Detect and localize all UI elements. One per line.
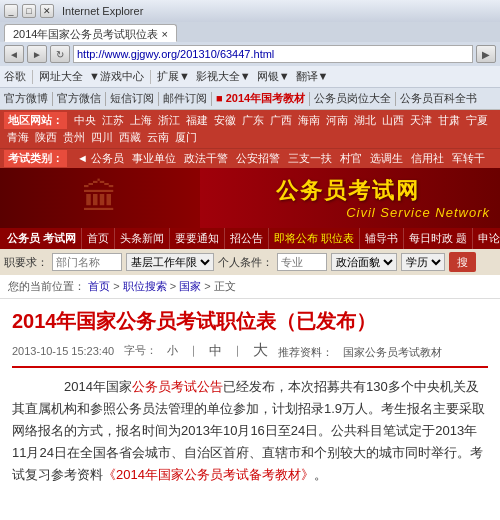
region-fujian[interactable]: 福建 [183,112,211,129]
region-gansu[interactable]: 甘肃 [435,112,463,129]
main-content: 2014年国家公务员考试职位表（已发布） 2013-10-15 15:23:40… [0,299,500,494]
back-button[interactable]: ◄ [4,45,24,63]
search-bar: 职要求： 基层工作年限 个人条件： 政治面貌 学历 搜 [0,249,500,275]
category-nav: 考试类别： ◄ 公务员 事业单位 政法干警 公安招警 三支一扶 村官 选调生 信… [0,148,500,168]
fav-item-games[interactable]: ▼游戏中心 [89,69,144,84]
fav-item-weblinks[interactable]: 网址大全 [39,69,83,84]
site-nav-index[interactable]: 首页 [82,228,115,249]
category-village[interactable]: 村官 [336,150,366,167]
region-zhongyang[interactable]: 中央 [71,112,99,129]
toolbar-sep-5 [309,92,310,106]
maximize-btn[interactable]: □ [22,4,36,18]
refresh-button[interactable]: ↻ [50,45,70,63]
region-jiangsu[interactable]: 江苏 [99,112,127,129]
toolbar-weixin[interactable]: 官方微信 [57,91,101,106]
font-sep-2: ｜ [232,343,243,358]
site-nav-shenlun[interactable]: 申论辅导 毎日练习 [473,228,500,249]
search-base-select[interactable]: 基层工作年限 [126,253,214,271]
body-link-textbook[interactable]: 《2014年国家公务员考试备考教材》 [103,467,314,482]
breadcrumb-sep-2: > [170,280,179,292]
breadcrumb-search[interactable]: 职位搜索 [123,280,167,292]
category-xuandiao[interactable]: 选调生 [366,150,407,167]
browser-title: Internet Explorer [62,5,496,17]
region-xiamen[interactable]: 厦门 [172,129,200,146]
site-nav: 公务员 考试网 首页 头条新闻 要要通知 招公告 即将公布 职位表 辅导书 每日… [0,228,500,249]
forward-button[interactable]: ► [27,45,47,63]
toolbar-jobs[interactable]: 公务员岗位大全 [314,91,391,106]
category-sanzhi[interactable]: 三支一扶 [284,150,336,167]
toolbar-sms[interactable]: 短信订阅 [110,91,154,106]
toolbar-sep-6 [395,92,396,106]
minimize-btn[interactable]: _ [4,4,18,18]
recommend-link[interactable]: 国家公务员考试教材 [343,345,442,360]
browser-tabs: 2014年国家公务员考试职位表 × [0,22,500,42]
toolbar-textbook[interactable]: ■ 2014年国考教材 [216,91,305,106]
article-date: 2013-10-15 15:23:40 [12,345,114,357]
body-link-exam-notice[interactable]: 公务员考试公告 [132,379,223,394]
breadcrumb-nation[interactable]: 国家 [179,280,201,292]
category-credit[interactable]: 信用社 [407,150,448,167]
region-hainan[interactable]: 海南 [295,112,323,129]
search-dept-input[interactable] [52,253,122,271]
toolbar-encyclopedia[interactable]: 公务员百科全书 [400,91,477,106]
go-button[interactable]: ▶ [476,45,496,63]
region-guangxi[interactable]: 广西 [267,112,295,129]
category-police-law[interactable]: 政法干警 [180,150,232,167]
region-shanghai[interactable]: 上海 [127,112,155,129]
region-sichuan[interactable]: 四川 [88,129,116,146]
site-nav-recruit[interactable]: 招公告 [225,228,269,249]
search-button[interactable]: 搜 [449,252,476,272]
category-police[interactable]: 公安招警 [232,150,284,167]
region-qinghai[interactable]: 青海 [4,129,32,146]
font-mid-btn[interactable]: 中 [209,342,222,360]
fav-item-bank[interactable]: 网银▼ [257,69,290,84]
fav-item-ext[interactable]: 扩展▼ [157,69,190,84]
font-small-btn[interactable]: 小 [167,343,178,358]
body-text-3: 。 [314,467,327,482]
region-yunnan[interactable]: 云南 [144,129,172,146]
fav-item-video[interactable]: 影视大全▼ [196,69,251,84]
region-ningxia[interactable]: 宁夏 [463,112,491,129]
region-zhejiang[interactable]: 浙江 [155,112,183,129]
region-label: 地区网站： [4,112,67,129]
font-large-btn[interactable]: 大 [253,341,268,360]
region-hubei[interactable]: 湖北 [351,112,379,129]
breadcrumb-sep-1: > [113,280,122,292]
site-nav-books[interactable]: 辅导书 [360,228,404,249]
region-xizang[interactable]: 西藏 [116,129,144,146]
region-shaanxi[interactable]: 陕西 [32,129,60,146]
site-toolbar: 官方微博 官方微信 短信订阅 邮件订阅 ■ 2014年国考教材 公务员岗位大全 … [0,88,500,110]
region-guizhou[interactable]: 贵州 [60,129,88,146]
site-nav-news[interactable]: 头条新闻 [115,228,170,249]
region-shanxi[interactable]: 山西 [379,112,407,129]
search-politics-select[interactable]: 政治面貌 [331,253,397,271]
article-divider [12,366,488,368]
category-label: 考试类别： [4,150,67,167]
region-henan[interactable]: 河南 [323,112,351,129]
article-body: 2014年国家公务员考试公告已经发布，本次招募共有130多个中央机关及其直属机构… [12,376,488,486]
browser-tab[interactable]: 2014年国家公务员考试职位表 × [4,24,177,42]
site-nav-notice[interactable]: 要要通知 [170,228,225,249]
category-military[interactable]: 军转干 [448,150,489,167]
region-guangdong[interactable]: 广东 [239,112,267,129]
region-tianjin[interactable]: 天津 [407,112,435,129]
hero-banner: 🏛 公务员考试网 Civil Service Network [0,168,500,228]
fav-item-google[interactable]: 谷歌 [4,69,26,84]
region-anhui[interactable]: 安徽 [211,112,239,129]
site-nav-politics[interactable]: 每日时政 题 [404,228,473,249]
site-nav-positions[interactable]: 即将公布 职位表 [269,228,360,249]
font-size-label: 字号： [124,343,157,358]
category-civil[interactable]: ◄ 公务员 [73,150,128,167]
toolbar-email[interactable]: 邮件订阅 [163,91,207,106]
category-institution[interactable]: 事业单位 [128,150,180,167]
breadcrumb-home[interactable]: 首页 [88,280,110,292]
search-major-input[interactable] [277,253,327,271]
search-edu-select[interactable]: 学历 [401,253,445,271]
fav-item-translate[interactable]: 翻译▼ [296,69,329,84]
body-text-1: 2014年国家 [38,379,132,394]
address-input[interactable] [73,45,473,63]
site-nav-home-site[interactable]: 公务员 考试网 [2,228,82,249]
search-job-label: 职要求： [4,255,48,270]
toolbar-weibo[interactable]: 官方微博 [4,91,48,106]
close-btn[interactable]: ✕ [40,4,54,18]
